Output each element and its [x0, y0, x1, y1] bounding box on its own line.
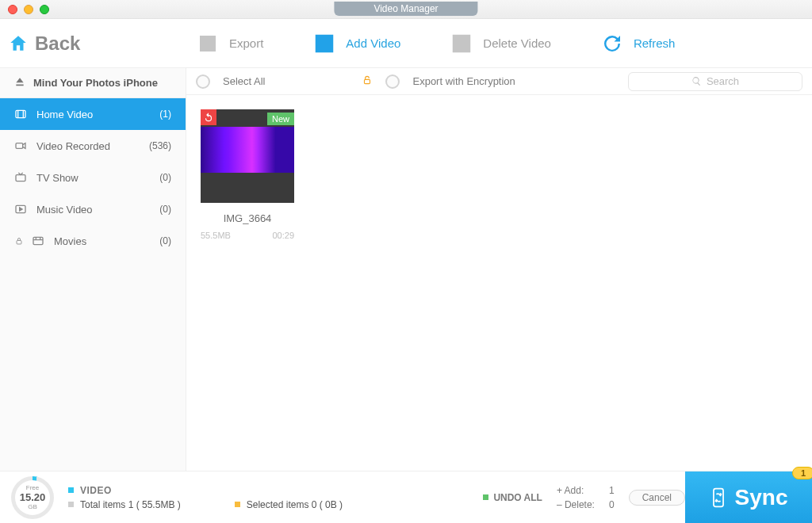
legend-square-icon — [68, 487, 74, 493]
total-items-label: Total items 1 ( 55.5MB ) — [80, 499, 181, 510]
sidebar-item-movies[interactable]: Movies (0) — [0, 225, 186, 257]
eject-icon — [14, 76, 25, 90]
delete-label: – Delete: — [557, 499, 595, 510]
window-controls — [8, 5, 49, 14]
sync-label: Sync — [735, 485, 788, 510]
delete-video-button[interactable]: Delete Video — [448, 30, 551, 57]
video-size: 55.5MB — [201, 231, 231, 240]
sync-icon — [710, 487, 727, 508]
sidebar-item-music-video[interactable]: Music Video (0) — [0, 193, 186, 225]
refresh-icon — [599, 30, 626, 57]
change-counts: + Add: 1 – Delete: 0 — [557, 485, 615, 510]
sidebar-item-label: TV Show — [36, 172, 79, 184]
tv-icon — [14, 171, 27, 184]
legend-square-icon — [68, 502, 74, 507]
zoom-window-icon[interactable] — [40, 5, 49, 14]
video-thumbnail[interactable]: New IMG_3664 55.5MB 00:29 — [201, 109, 294, 456]
svg-rect-0 — [365, 79, 370, 83]
undo-all-button[interactable]: UNDO ALL — [483, 492, 542, 503]
refresh-button[interactable]: Refresh — [599, 30, 676, 57]
selected-items-label: Selected items 0 ( 0B ) — [247, 499, 343, 510]
thumbnail-image — [201, 127, 294, 173]
sidebar: Mind Your Photos iPhone Home Video (1) V… — [0, 68, 186, 471]
movies-icon — [32, 235, 44, 247]
content-grid: New IMG_3664 55.5MB 00:29 — [186, 95, 812, 471]
sidebar-item-count: (0) — [159, 204, 171, 215]
svg-rect-1 — [16, 110, 25, 117]
secondary-bar: Select All Export with Encryption Search — [186, 68, 812, 95]
search-icon — [691, 76, 702, 86]
minimize-window-icon[interactable] — [24, 5, 33, 14]
export-button[interactable]: Export — [194, 30, 263, 57]
add-video-button[interactable]: Add Video — [311, 30, 400, 57]
video-legend-label: VIDEO — [80, 485, 112, 496]
delete-video-icon — [448, 30, 475, 57]
svg-rect-7 — [713, 488, 722, 506]
footer: Free 15.20 GB VIDEO Total items 1 ( 55.5… — [0, 471, 812, 523]
select-all-checkbox[interactable] — [196, 74, 210, 89]
export-icon — [194, 30, 221, 57]
export-encryption-label: Export with Encryption — [412, 75, 515, 87]
film-icon — [14, 108, 27, 120]
undo-badge-icon[interactable] — [201, 109, 216, 125]
legend-square-icon — [235, 502, 240, 507]
delete-value: 0 — [609, 499, 615, 510]
svg-rect-2 — [16, 143, 23, 149]
legend-square-icon — [483, 494, 488, 500]
home-icon — [8, 33, 29, 54]
search-input[interactable]: Search — [628, 72, 802, 91]
close-window-icon[interactable] — [8, 5, 17, 14]
storage-gauge: Free 15.20 GB — [11, 476, 54, 519]
video-duration: 00:29 — [272, 231, 294, 240]
window-title: Video Manager — [334, 2, 477, 16]
sidebar-item-video-recorded[interactable]: Video Recorded (536) — [0, 130, 186, 162]
sidebar-item-home-video[interactable]: Home Video (1) — [0, 98, 186, 130]
video-name: IMG_3664 — [201, 212, 294, 224]
device-header[interactable]: Mind Your Photos iPhone — [0, 68, 186, 98]
sidebar-item-label: Movies — [54, 235, 86, 247]
sidebar-item-count: (0) — [159, 235, 171, 246]
add-label: + Add: — [557, 485, 595, 496]
device-name: Mind Your Photos iPhone — [33, 77, 158, 89]
new-badge: New — [267, 113, 294, 125]
header-toolbar: Back Export Add Video Delete Video Refre… — [0, 19, 812, 68]
svg-rect-5 — [17, 241, 21, 245]
sidebar-item-count: (1) — [159, 109, 171, 120]
export-encryption-checkbox[interactable] — [385, 74, 400, 89]
free-value: 15.20 — [20, 491, 46, 503]
lock-icon — [14, 236, 24, 246]
sync-button[interactable]: 1 Sync — [685, 471, 812, 524]
footer-stats: VIDEO Total items 1 ( 55.5MB ) Selected … — [68, 483, 343, 512]
export-label: Export — [229, 36, 263, 50]
cancel-button[interactable]: Cancel — [629, 490, 685, 506]
sidebar-item-count: (0) — [159, 172, 171, 183]
back-button[interactable]: Back — [8, 32, 186, 55]
add-video-icon — [311, 30, 338, 57]
svg-rect-3 — [16, 175, 25, 181]
free-label: Free — [26, 484, 39, 491]
free-unit: GB — [28, 503, 37, 510]
titlebar: Video Manager — [0, 0, 812, 19]
search-placeholder: Search — [707, 75, 739, 87]
add-value: 1 — [609, 485, 615, 496]
sidebar-item-label: Home Video — [36, 109, 93, 120]
sidebar-item-count: (536) — [149, 140, 171, 151]
thumbnail-frame: New — [201, 109, 294, 203]
select-all-label: Select All — [223, 75, 265, 87]
undo-all-label: UNDO ALL — [493, 492, 542, 503]
lock-icon — [362, 74, 373, 90]
add-video-label: Add Video — [346, 36, 400, 50]
camera-icon — [14, 139, 27, 152]
delete-video-label: Delete Video — [483, 36, 551, 50]
sidebar-item-label: Music Video — [36, 204, 93, 216]
back-button-label: Back — [35, 32, 80, 55]
svg-rect-6 — [33, 237, 43, 244]
sidebar-item-tv-show[interactable]: TV Show (0) — [0, 162, 186, 193]
refresh-label: Refresh — [634, 36, 676, 50]
sidebar-item-label: Video Recorded — [36, 140, 110, 152]
sync-count-badge: 1 — [792, 467, 812, 479]
music-video-icon — [14, 203, 27, 216]
